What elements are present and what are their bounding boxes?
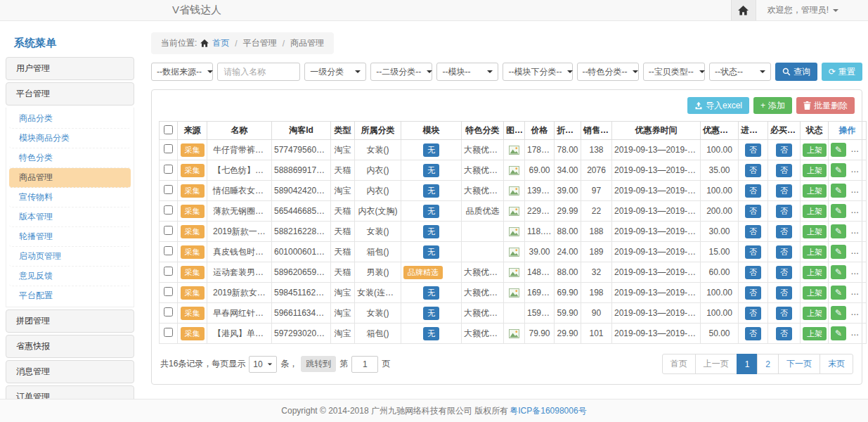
jump-button[interactable]: 跳转到 bbox=[301, 356, 336, 372]
sidebar-item-宣传物料[interactable]: 宣传物料 bbox=[9, 188, 131, 207]
delete-button[interactable] bbox=[850, 224, 866, 238]
delete-button[interactable] bbox=[850, 204, 866, 218]
import-select-toggle[interactable]: 否 bbox=[745, 307, 761, 320]
import-select-toggle[interactable]: 否 bbox=[745, 205, 761, 218]
user-menu[interactable]: 欢迎您，管理员! bbox=[756, 4, 868, 16]
import-select-toggle[interactable]: 否 bbox=[745, 327, 761, 340]
must-buy-toggle[interactable]: 否 bbox=[776, 205, 792, 218]
status-toggle[interactable]: 上架 bbox=[803, 245, 827, 259]
edit-button[interactable]: ✎ bbox=[831, 163, 846, 177]
edit-button[interactable]: ✎ bbox=[831, 265, 846, 279]
must-buy-toggle[interactable]: 否 bbox=[776, 184, 792, 198]
edit-button[interactable]: ✎ bbox=[831, 245, 846, 259]
filter-select-4[interactable]: --模块-- bbox=[436, 63, 498, 81]
name-search-input[interactable] bbox=[217, 63, 300, 81]
delete-button[interactable] bbox=[850, 163, 866, 177]
import-select-toggle[interactable]: 否 bbox=[745, 266, 761, 279]
status-toggle[interactable]: 上架 bbox=[803, 307, 827, 320]
import-select-toggle[interactable]: 否 bbox=[745, 164, 761, 177]
page-button-首页[interactable]: 首页 bbox=[662, 354, 696, 374]
filter-select-0[interactable]: --数据来源-- bbox=[151, 63, 213, 81]
icp-link[interactable]: 粤ICP备16098006号 bbox=[510, 405, 586, 417]
must-buy-toggle[interactable]: 否 bbox=[776, 266, 792, 279]
sidebar-group-平台管理[interactable]: 平台管理 bbox=[6, 82, 134, 106]
must-buy-toggle[interactable]: 否 bbox=[776, 327, 792, 340]
sidebar-item-平台配置[interactable]: 平台配置 bbox=[9, 286, 131, 305]
status-toggle[interactable]: 上架 bbox=[803, 184, 827, 198]
must-buy-toggle[interactable]: 否 bbox=[776, 143, 792, 157]
page-button-上一页[interactable]: 上一页 bbox=[695, 354, 737, 374]
row-checkbox[interactable] bbox=[164, 307, 173, 316]
select-all-checkbox[interactable] bbox=[164, 125, 173, 134]
must-buy-toggle[interactable]: 否 bbox=[776, 286, 792, 300]
sidebar-item-意见反馈[interactable]: 意见反馈 bbox=[9, 267, 131, 286]
edit-button[interactable]: ✎ bbox=[831, 224, 846, 238]
status-toggle[interactable]: 上架 bbox=[803, 327, 827, 340]
sidebar-item-启动页管理[interactable]: 启动页管理 bbox=[9, 247, 131, 267]
reset-button[interactable]: ⟳ 重置 bbox=[822, 63, 862, 81]
jump-page-input[interactable] bbox=[351, 356, 378, 373]
page-button-下一页[interactable]: 下一页 bbox=[778, 354, 820, 374]
sidebar-group-消息管理[interactable]: 消息管理 bbox=[6, 360, 134, 383]
status-toggle[interactable]: 上架 bbox=[803, 286, 827, 300]
edit-button[interactable]: ✎ bbox=[831, 286, 846, 300]
sidebar-item-模块商品分类[interactable]: 模块商品分类 bbox=[9, 129, 131, 148]
import-select-toggle[interactable]: 否 bbox=[745, 225, 761, 238]
row-checkbox[interactable] bbox=[164, 185, 173, 194]
sidebar-group-用户管理[interactable]: 用户管理 bbox=[6, 57, 134, 80]
row-checkbox[interactable] bbox=[164, 226, 173, 235]
edit-button[interactable]: ✎ bbox=[831, 326, 846, 340]
page-button-末页[interactable]: 末页 bbox=[820, 354, 853, 374]
delete-button[interactable] bbox=[850, 143, 866, 157]
row-checkbox[interactable] bbox=[164, 267, 173, 276]
delete-button[interactable] bbox=[850, 184, 866, 198]
delete-button[interactable] bbox=[850, 245, 866, 259]
status-toggle[interactable]: 上架 bbox=[803, 266, 827, 279]
import-select-toggle[interactable]: 否 bbox=[745, 286, 761, 300]
sidebar-item-轮播管理[interactable]: 轮播管理 bbox=[9, 227, 131, 247]
row-checkbox[interactable] bbox=[164, 246, 173, 255]
import-select-toggle[interactable]: 否 bbox=[745, 184, 761, 198]
delete-button[interactable] bbox=[850, 286, 866, 300]
import-select-toggle[interactable]: 否 bbox=[745, 143, 761, 157]
edit-button[interactable]: ✎ bbox=[831, 184, 846, 198]
filter-select-3[interactable]: --二级分类-- bbox=[370, 63, 432, 81]
sidebar-group-拼团管理[interactable]: 拼团管理 bbox=[6, 309, 134, 333]
must-buy-toggle[interactable]: 否 bbox=[776, 245, 792, 259]
must-buy-toggle[interactable]: 否 bbox=[776, 164, 792, 177]
breadcrumb-item-platform[interactable]: 平台管理 bbox=[243, 37, 277, 49]
edit-button[interactable]: ✎ bbox=[831, 306, 846, 320]
batch-delete-button[interactable]: 批量删除 bbox=[796, 97, 855, 114]
filter-select-7[interactable]: --宝贝类型-- bbox=[643, 63, 705, 81]
filter-select-2[interactable]: 一级分类 bbox=[304, 63, 366, 81]
sidebar-item-版本管理[interactable]: 版本管理 bbox=[9, 207, 131, 227]
delete-button[interactable] bbox=[850, 265, 866, 279]
status-toggle[interactable]: 上架 bbox=[803, 225, 827, 238]
page-button-1[interactable]: 1 bbox=[737, 354, 758, 374]
row-checkbox[interactable] bbox=[164, 144, 173, 153]
edit-button[interactable]: ✎ bbox=[831, 143, 846, 157]
row-checkbox[interactable] bbox=[164, 165, 173, 174]
filter-select-5[interactable]: --模块下分类-- bbox=[503, 63, 572, 81]
sidebar-item-商品管理[interactable]: 商品管理 bbox=[9, 168, 131, 188]
filter-select-8[interactable]: --状态-- bbox=[709, 63, 771, 81]
row-checkbox[interactable] bbox=[164, 205, 173, 215]
row-checkbox[interactable] bbox=[164, 328, 173, 337]
breadcrumb-home-link[interactable]: 首页 bbox=[212, 37, 229, 49]
per-page-select[interactable]: 10 bbox=[249, 356, 277, 373]
filter-select-6[interactable]: --特色分类-- bbox=[577, 63, 639, 81]
row-checkbox[interactable] bbox=[164, 287, 173, 296]
home-button[interactable] bbox=[731, 0, 756, 20]
status-toggle[interactable]: 上架 bbox=[803, 205, 827, 218]
status-toggle[interactable]: 上架 bbox=[803, 143, 827, 157]
add-button[interactable]: + 添加 bbox=[753, 97, 792, 114]
search-button[interactable]: 查询 bbox=[775, 63, 817, 81]
sidebar-group-省惠快报[interactable]: 省惠快报 bbox=[6, 335, 134, 358]
delete-button[interactable] bbox=[850, 326, 866, 340]
must-buy-toggle[interactable]: 否 bbox=[776, 225, 792, 238]
sidebar-item-商品分类[interactable]: 商品分类 bbox=[9, 109, 131, 129]
delete-button[interactable] bbox=[850, 306, 866, 320]
edit-button[interactable]: ✎ bbox=[831, 204, 846, 218]
import-excel-button[interactable]: 导入excel bbox=[687, 97, 749, 114]
must-buy-toggle[interactable]: 否 bbox=[776, 307, 792, 320]
